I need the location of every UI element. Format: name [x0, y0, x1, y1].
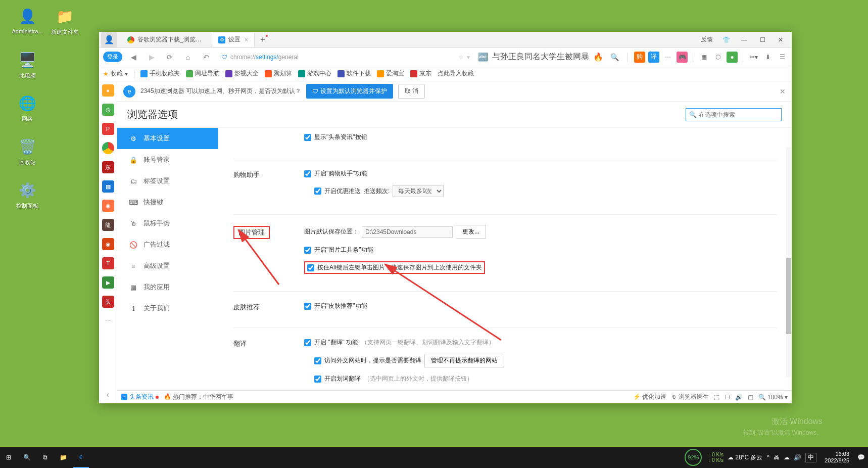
tray-volume-icon[interactable]: 🔊 — [794, 454, 801, 461]
refresh-button[interactable]: ⟳ — [163, 50, 177, 64]
search-icon[interactable]: 🔍 — [607, 50, 621, 64]
desktop-icon-newfolder[interactable]: 📁新建文件夹 — [46, 6, 83, 36]
sidebar-icon-tc[interactable]: 头 — [102, 296, 114, 308]
bookmark-item[interactable]: 爱淘宝 — [377, 69, 404, 78]
sidebar-item-about[interactable]: ℹ关于我们 — [117, 298, 218, 319]
new-tab-button[interactable]: ＋ — [257, 34, 269, 46]
hot-news-link[interactable]: 与孙正良同名大学生被网暴 — [492, 52, 589, 62]
profile-avatar-icon[interactable]: 👤 — [101, 32, 117, 48]
download-icon[interactable]: ⬇ — [762, 52, 774, 63]
sidebar-icon-2[interactable]: ◷ — [102, 104, 114, 116]
checkbox-translate-visit[interactable]: 访问外文网站时，提示是否需要翻译 — [314, 356, 421, 365]
sidebar-icon-iqiyi[interactable]: ▶ — [102, 276, 114, 289]
dots-icon[interactable]: ⋯ — [662, 52, 673, 63]
bookmark-item[interactable]: 聚划算 — [265, 69, 292, 78]
close-promo-icon[interactable]: ✕ — [780, 87, 786, 96]
game-icon[interactable]: 🎮 — [677, 52, 688, 63]
sidebar-icon-8[interactable]: 龍 — [102, 219, 114, 231]
shop-icon[interactable]: 购 — [634, 52, 645, 63]
checkbox-shopping-enable[interactable]: 开启"购物助手"功能 — [304, 169, 367, 178]
weather-widget[interactable]: ☁ 28°C 多云 — [728, 453, 763, 462]
task-view-button[interactable]: ⧉ — [37, 447, 54, 468]
bookmark-item[interactable]: 软件下载 — [337, 69, 371, 78]
news-link[interactable]: ≡头条资讯 — [121, 393, 159, 401]
settings-search[interactable]: 🔍 — [686, 108, 782, 121]
star-icon[interactable]: ☆ — [458, 54, 464, 61]
status-icon[interactable]: ▢ — [748, 394, 753, 401]
doctor-link[interactable]: ⊕ 浏览器医生 — [671, 393, 708, 401]
back-button[interactable]: ◀ — [126, 50, 140, 64]
change-path-button[interactable]: 更改... — [456, 225, 486, 239]
taskbar-app-explorer[interactable]: 📁 — [54, 447, 73, 468]
desktop-icon-network[interactable]: 🌐网络 — [9, 93, 45, 123]
forward-button[interactable]: ▶ — [144, 50, 159, 64]
desktop-icon-recycle[interactable]: 🗑️回收站 — [9, 136, 45, 166]
sidebar-item-shortcuts[interactable]: ⌨快捷键 — [117, 192, 218, 213]
maximize-button[interactable]: ☐ — [753, 33, 771, 47]
sidebar-item-tabs[interactable]: 🗂标签设置 — [117, 170, 218, 192]
bookmark-item[interactable]: 游戏中心 — [298, 69, 331, 78]
tab-chrome-download[interactable]: 谷歌浏览器下载_浏览器官网入 — [121, 33, 212, 47]
checkbox-image-toolbar[interactable]: 开启"图片工具条"功能 — [304, 246, 373, 254]
sidebar-icon-chrome[interactable] — [102, 142, 114, 154]
tab-settings[interactable]: ⚙ 设置 × — [212, 33, 255, 47]
mute-icon[interactable]: 🔊 — [735, 394, 743, 401]
sidebar-item-adblock[interactable]: 🚫广告过滤 — [117, 234, 218, 255]
settings-content[interactable]: 显示"头条资讯"按钮 购物助手 开启"购物助手"功能 开启优惠推送 推送频次: … — [218, 128, 792, 390]
sidebar-icon-9[interactable]: ◉ — [102, 238, 114, 250]
translate-icon[interactable]: 🔤 — [478, 52, 488, 62]
menu-icon[interactable]: ☰ — [777, 52, 788, 63]
taskbar-app-browser[interactable]: e — [73, 447, 89, 468]
sidebar-more-icon[interactable]: ⋯ — [102, 315, 114, 327]
login-button[interactable]: 登录 — [103, 52, 122, 62]
taskbar-search[interactable]: 🔍 — [17, 447, 37, 468]
sidebar-item-account[interactable]: 🔒账号管家 — [117, 149, 218, 170]
undo-button[interactable]: ↶ — [199, 50, 213, 64]
checkbox-skin-enable[interactable]: 开启"皮肤推荐"功能 — [304, 302, 367, 310]
bookmark-item[interactable]: 影视大全 — [225, 69, 259, 78]
clock[interactable]: 16:03 2022/8/25 — [821, 451, 853, 464]
tray-onedrive-icon[interactable]: ☁ — [784, 454, 790, 461]
manage-sites-button[interactable]: 管理不再提示翻译的网站 — [424, 354, 504, 367]
sidebar-item-basic[interactable]: ⚙基本设置 — [117, 128, 218, 149]
performance-meter[interactable]: 92% — [683, 447, 704, 468]
hot-recommend[interactable]: 🔥 热门推荐：中华网军事 — [164, 393, 233, 401]
start-button[interactable]: ⊞ — [0, 447, 17, 468]
sidebar-icon-1[interactable]: ● — [102, 84, 114, 97]
desktop-icon-admin[interactable]: 👤Administra... — [9, 6, 45, 34]
extension-icon[interactable]: ⬡ — [712, 52, 724, 63]
checkbox-headlines[interactable]: 显示"头条资讯"按钮 — [304, 133, 367, 142]
url-input[interactable]: 🛡 chrome://settings/general ☆ ▾ — [217, 54, 474, 61]
translate-tool-icon[interactable]: 译 — [648, 52, 659, 63]
sidebar-icon-t[interactable]: T — [102, 257, 114, 269]
checkbox-alt-save[interactable]: 按住Alt键后左键单击图片，快速保存图片到上次使用的文件夹 — [307, 263, 482, 272]
sidebar-icon-6[interactable]: ▦ — [102, 180, 114, 193]
scrollbar[interactable] — [786, 147, 791, 377]
status-icon[interactable]: ☐ — [725, 394, 730, 401]
push-frequency-select[interactable]: 每天最多9次 — [393, 185, 444, 197]
scissors-icon[interactable]: ✂▾ — [748, 52, 759, 63]
cancel-button[interactable]: 取 消 — [398, 84, 425, 99]
close-window-button[interactable]: ✕ — [771, 33, 790, 47]
search-input[interactable] — [699, 111, 778, 118]
status-icon[interactable]: ⬚ — [714, 394, 719, 401]
chevron-down-icon[interactable]: ▾ — [467, 54, 470, 61]
sidebar-item-gesture[interactable]: 🖱鼠标手势 — [117, 213, 218, 234]
bookmark-item[interactable]: 网址导航 — [186, 69, 219, 78]
sidebar-item-apps[interactable]: ▦我的应用 — [117, 276, 218, 298]
tray-network-icon[interactable]: 🖧 — [774, 454, 780, 461]
zoom-level[interactable]: 🔍 100% ▾ — [758, 394, 788, 401]
bookmark-import[interactable]: 点此导入收藏 — [438, 69, 474, 78]
checkbox-word-translate[interactable]: 开启划词翻译 — [314, 375, 361, 383]
bookmarks-menu[interactable]: ★收藏 ▾ — [103, 69, 128, 78]
desktop-icon-control[interactable]: ⚙️控制面板 — [9, 180, 45, 210]
ime-indicator[interactable]: 中 — [805, 453, 816, 462]
desktop-icon-thispc[interactable]: 🖥️此电脑 — [9, 50, 45, 79]
checkbox-translate-enable[interactable]: 开启 "翻译" 功能 — [304, 338, 358, 347]
minimize-button[interactable]: — — [735, 33, 753, 47]
notification-icon[interactable]: 💬 — [857, 454, 865, 461]
sidebar-item-advanced[interactable]: ≡高级设置 — [117, 255, 218, 276]
collapse-sidebar-icon[interactable]: ‹ — [107, 390, 109, 399]
optimize-link[interactable]: ⚡ 优化加速 — [633, 393, 666, 401]
green-icon[interactable]: ● — [727, 52, 738, 63]
